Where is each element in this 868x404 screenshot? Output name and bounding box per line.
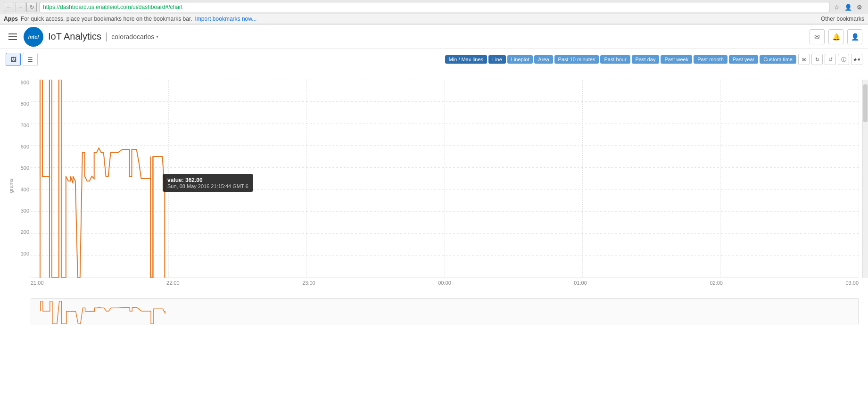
bookmark-star-icon[interactable]: ☆: [832, 2, 842, 12]
area-button[interactable]: Area: [534, 55, 553, 64]
profile-icon[interactable]: 👤: [843, 2, 853, 12]
nav-buttons: ← → ↻: [4, 2, 37, 12]
info-button[interactable]: ⓘ: [838, 54, 849, 65]
hamburger-menu[interactable]: [6, 31, 20, 43]
user-selector[interactable]: coloradocarlos ▾: [111, 33, 158, 41]
intel-logo: intel: [24, 27, 43, 47]
y-tick-600: 600: [21, 144, 29, 149]
chart-options: Min / Max lines Line Lineplot Area Past …: [445, 55, 796, 64]
pastmonth-button[interactable]: Past month: [694, 55, 727, 64]
list-icon: ☰: [27, 56, 33, 63]
custom-time-button[interactable]: Custom time: [760, 55, 796, 64]
min-max-button[interactable]: Min / Max lines: [445, 55, 487, 64]
username: coloradocarlos: [111, 33, 154, 41]
x-tick-2300: 23:00: [302, 280, 315, 286]
x-axis-ticks: 21:00 22:00 23:00 00:00 01:00 02:00 03:0…: [31, 280, 859, 294]
chart-data-svg: [31, 80, 859, 278]
star-action-button[interactable]: ★▾: [851, 54, 862, 65]
other-bookmarks[interactable]: Other bookmarks: [821, 16, 864, 22]
y-tick-100: 100: [21, 251, 29, 256]
y-tick-200: 200: [21, 229, 29, 235]
bell-button[interactable]: 🔔: [828, 29, 843, 44]
auto-refresh-button[interactable]: ↺: [825, 54, 836, 65]
line-button[interactable]: Line: [488, 55, 506, 64]
y-tick-300: 300: [21, 208, 29, 214]
forward-button[interactable]: →: [15, 2, 25, 12]
x-tick-0000: 00:00: [438, 280, 451, 286]
y-axis-ticks: 900 800 700 600 500 400 300 200 100: [13, 80, 29, 278]
apps-label: Apps: [4, 16, 18, 22]
scrollbar-thumb[interactable]: [863, 84, 868, 122]
chart-area: grams 900 800 700 600 500 400 300 200 10…: [0, 75, 868, 297]
address-bar[interactable]: https://dashboard.us.enableiot.com/ui/da…: [40, 2, 829, 12]
reload-button[interactable]: ↻: [26, 2, 37, 12]
pastyear-button[interactable]: Past year: [729, 55, 758, 64]
mail-button[interactable]: ✉: [810, 29, 825, 44]
settings-icon[interactable]: ⚙: [855, 2, 864, 12]
y-tick-0: [28, 272, 29, 278]
header-actions: ✉ 🔔 👤: [810, 29, 862, 44]
mini-chart-svg: [31, 299, 858, 324]
x-tick-2200: 22:00: [166, 280, 180, 286]
mini-chart[interactable]: [31, 298, 859, 324]
y-tick-900: 900: [21, 80, 29, 85]
view-image-button[interactable]: 🖼: [6, 53, 21, 66]
app-title: IoT Analytics: [48, 31, 101, 42]
past10-button[interactable]: Past 10 minutes: [554, 55, 599, 64]
pastweek-button[interactable]: Past week: [661, 55, 692, 64]
app-separator: |: [105, 31, 107, 42]
app-header: intel IoT Analytics | coloradocarlos ▾ ✉…: [0, 25, 868, 49]
y-tick-500: 500: [21, 165, 29, 171]
browser-toolbar: ← → ↻ https://dashboard.us.enableiot.com…: [0, 0, 868, 14]
chart-plot[interactable]: value: 362.00 Sun, 08 May 2016 21:15:44 …: [31, 80, 859, 278]
bookmarks-hint: For quick access, place your bookmarks h…: [21, 16, 192, 22]
bookmarks-bar: Apps For quick access, place your bookma…: [0, 14, 868, 24]
view-list-button[interactable]: ☰: [23, 53, 38, 66]
url-text: https://dashboard.us.enableiot.com/ui/da…: [43, 4, 182, 10]
x-tick-0300: 03:00: [845, 280, 859, 286]
y-axis-label: grams: [8, 179, 14, 193]
refresh-action-button[interactable]: ↻: [811, 54, 823, 65]
main-content: 🖼 ☰ Min / Max lines Line Lineplot Area P…: [0, 49, 868, 404]
back-button[interactable]: ←: [4, 2, 14, 12]
y-tick-400: 400: [21, 187, 29, 192]
x-tick-0200: 02:00: [710, 280, 723, 286]
lineplot-button[interactable]: Lineplot: [507, 55, 533, 64]
image-icon: 🖼: [10, 56, 17, 63]
vertical-scrollbar[interactable]: [862, 80, 868, 278]
user-account-button[interactable]: 👤: [847, 29, 862, 44]
browser-chrome: ← → ↻ https://dashboard.us.enableiot.com…: [0, 0, 868, 25]
user-dropdown-arrow: ▾: [156, 34, 158, 39]
pastday-button[interactable]: Past day: [632, 55, 660, 64]
x-tick-2100: 21:00: [31, 280, 44, 286]
y-tick-800: 800: [21, 101, 29, 107]
email-action-button[interactable]: ✉: [798, 54, 810, 65]
pasthour-button[interactable]: Past hour: [600, 55, 630, 64]
import-bookmarks-link[interactable]: Import bookmarks now...: [195, 16, 257, 22]
chart-toolbar: 🖼 ☰ Min / Max lines Line Lineplot Area P…: [0, 49, 868, 70]
browser-toolbar-icons: ☆ 👤 ⚙: [832, 2, 864, 12]
x-tick-0100: 01:00: [574, 280, 587, 286]
y-tick-700: 700: [21, 123, 29, 128]
